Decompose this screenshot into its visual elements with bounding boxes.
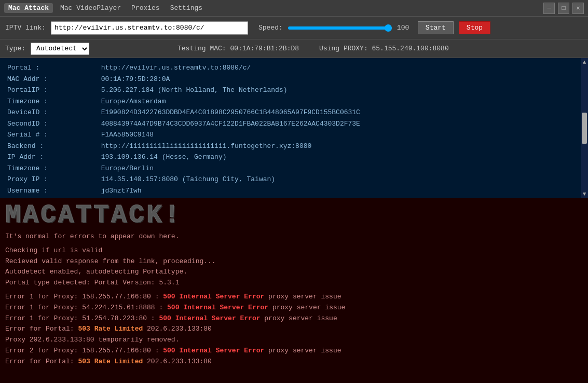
logo-area: MACATTACK!: [5, 202, 583, 228]
log-suffix: 202.6.233.133:80: [143, 325, 212, 333]
terminal-value: Europe/Berlin: [99, 163, 575, 174]
terminal-key: SecondID :: [5, 118, 99, 130]
log-error-code: 500 Internal Server Error: [163, 293, 264, 300]
terminal-value: jd3nzt7Iwh: [99, 185, 575, 197]
iptv-input[interactable]: [51, 21, 248, 35]
iptv-label: IPTV link:: [5, 24, 46, 32]
terminal-value: F1AA5850C9148: [99, 129, 575, 141]
log-suffix: proxy server issue: [268, 304, 345, 311]
type-row: Type: Autodetect Portal M3U Testing MAC:…: [0, 39, 588, 58]
terminal-value: http://11111111lliiiiiiiiiiiiii.funtoget…: [99, 141, 575, 152]
log-suffix: proxy server issue: [264, 293, 341, 300]
stop-button[interactable]: Stop: [459, 21, 490, 34]
terminal-value: 5.206.227.184 (North Holland, The Nether…: [99, 85, 575, 96]
scroll-up-arrow[interactable]: ▲: [582, 58, 587, 66]
log-prefix: Error 2 for Proxy: 158.255.77.166:80 :: [5, 347, 163, 354]
terminal-value: 114.35.140.157:8080 (Taichung City, Taiw…: [99, 174, 575, 185]
close-button[interactable]: ✕: [572, 3, 584, 14]
speed-value: 100: [397, 24, 413, 32]
terminal-key: Serial # :: [5, 129, 99, 141]
log-suffix: proxy server issue: [261, 314, 337, 322]
log-line: Checking if url is valid: [5, 245, 583, 256]
top-terminal: ▲ ▼ Portal :http://evilvir.us.streamtv.t…: [0, 58, 588, 198]
table-row: Serial # :F1AA5850C9148: [5, 129, 575, 141]
title-bar: Mac Attack Mac VideoPlayer Proxies Setti…: [0, 0, 588, 17]
table-row: DeviceID :E1990824D3422763DDBD4EA4C01898…: [5, 107, 575, 118]
using-proxy: Using PROXY: 65.155.249.100:8080: [319, 45, 449, 52]
log-error-code: 503 Rate Limited: [78, 358, 143, 365]
terminal-key: Proxy IP :: [5, 174, 99, 185]
testing-mac: Testing MAC: 00:1A:79:B1:2B:D8: [177, 45, 299, 52]
log-line-error: Error 1 for Proxy: 54.224.215.61:8888 : …: [5, 303, 583, 313]
terminal-key: Timezone :: [5, 163, 99, 174]
table-row: Timezone :Europe/Amsterdam: [5, 96, 575, 107]
start-button[interactable]: Start: [418, 21, 454, 34]
menu-item-videoplayer[interactable]: Mac VideoPlayer: [55, 3, 126, 13]
log-error-code: 500 Internal Server Error: [167, 304, 268, 311]
maximize-button[interactable]: □: [558, 3, 569, 14]
minimize-button[interactable]: —: [543, 3, 555, 14]
menu-item-proxies[interactable]: Proxies: [126, 3, 165, 13]
terminal-key: Portal :: [5, 62, 99, 74]
terminal-value: 408843974A47D9B74C3CDD6937A4CF122D1FBA02…: [99, 118, 575, 130]
terminal-key: PortalIP :: [5, 85, 99, 96]
table-row: Backend :http://11111111lliiiiiiiiiiiiii…: [5, 141, 575, 152]
table-row: Username :jd3nzt7Iwh: [5, 185, 575, 197]
log-suffix: proxy server issue: [264, 347, 341, 354]
log-line-error: Error for Portal: 503 Rate Limited 202.6…: [5, 324, 583, 335]
speed-label: Speed:: [258, 24, 283, 32]
terminal-key: MAC Addr :: [5, 74, 99, 85]
table-row: Portal :http://evilvir.us.streamtv.to:80…: [5, 62, 575, 74]
menu-item-settings[interactable]: Settings: [165, 3, 208, 13]
terminal-key: IP Addr :: [5, 152, 99, 163]
log-line: Proxy 202.6.233.133:80 temporarily remov…: [5, 335, 583, 346]
log-note: It's normal for errors to appear down he…: [5, 231, 583, 242]
scrollbar-top[interactable]: ▲ ▼: [581, 58, 588, 198]
log-error-code: 503 Rate Limited: [78, 325, 143, 333]
main-content: ▲ ▼ Portal :http://evilvir.us.streamtv.t…: [0, 58, 588, 383]
type-label: Type:: [5, 45, 25, 52]
log-error-code: 500 Internal Server Error: [163, 347, 264, 354]
log-prefix: Error for Portal:: [5, 358, 78, 365]
toolbar: IPTV link: Speed: 100 Start Stop: [0, 17, 588, 39]
type-select[interactable]: Autodetect Portal M3U: [31, 43, 89, 55]
terminal-data-table: Portal :http://evilvir.us.streamtv.to:80…: [5, 62, 575, 198]
terminal-key: DeviceID :: [5, 107, 99, 118]
bottom-log: It's normal for errors to appear down he…: [5, 231, 583, 367]
log-line-error: Error 2 for Proxy: 158.255.77.166:80 : 5…: [5, 346, 583, 357]
table-row: SecondID :408843974A47D9B74C3CDD6937A4CF…: [5, 118, 575, 130]
log-line-error: Error 1 for Proxy: 158.255.77.166:80 : 5…: [5, 292, 583, 303]
log-prefix: Error 1 for Proxy: 54.224.215.61:8888 :: [5, 304, 167, 311]
log-prefix: Error 1 for Proxy: 51.254.78.223:80 :: [5, 314, 159, 322]
log-line-error: Error for Portal: 503 Rate Limited 202.6…: [5, 357, 583, 367]
log-prefix: Error for Portal:: [5, 325, 78, 333]
table-row: MAC Addr :00:1A:79:5D:28:0A: [5, 74, 575, 85]
window-controls: — □ ✕: [543, 3, 584, 14]
table-row: Proxy IP :114.35.140.157:8080 (Taichung …: [5, 174, 575, 185]
app-title: Mac Attack: [4, 3, 53, 13]
log-error-code: 500 Internal Server Error: [159, 314, 260, 322]
testing-info: Testing MAC: 00:1A:79:B1:2B:D8 Using PRO…: [177, 45, 449, 52]
log-prefix: Error 1 for Proxy: 158.255.77.166:80 :: [5, 293, 163, 300]
terminal-value: 193.109.136.14 (Hesse, Germany): [99, 152, 575, 163]
log-suffix: 202.6.233.133:80: [143, 358, 212, 365]
terminal-value: Europe/Amsterdam: [99, 96, 575, 107]
logo-text: MACATTACK!: [5, 202, 583, 228]
table-row: IP Addr :193.109.136.14 (Hesse, Germany): [5, 152, 575, 163]
bottom-terminal: MACATTACK! It's normal for errors to app…: [0, 198, 588, 383]
terminal-key: Timezone :: [5, 96, 99, 107]
terminal-value: http://evilvir.us.streamtv.to:8080/c/: [99, 62, 575, 74]
table-row: PortalIP :5.206.227.184 (North Holland, …: [5, 85, 575, 96]
terminal-key: Username :: [5, 185, 99, 197]
terminal-value: 00:1A:79:5D:28:0A: [99, 74, 575, 85]
terminal-key: Backend :: [5, 141, 99, 152]
log-line-error: Error 1 for Proxy: 51.254.78.223:80 : 50…: [5, 313, 583, 324]
terminal-value: E1990824D3422763DDBD4EA4C01898C2950766C1…: [99, 107, 575, 118]
scroll-down-arrow[interactable]: ▼: [582, 190, 587, 198]
log-line: Autodetect enabled, autodetecting Portal…: [5, 267, 583, 278]
log-line: Portal type detected: Portal Version: 5.…: [5, 278, 583, 289]
table-row: Timezone :Europe/Berlin: [5, 163, 575, 174]
speed-slider[interactable]: [288, 26, 392, 30]
log-line: Recieved valid response from the link, p…: [5, 256, 583, 267]
scroll-thumb[interactable]: [582, 113, 587, 144]
